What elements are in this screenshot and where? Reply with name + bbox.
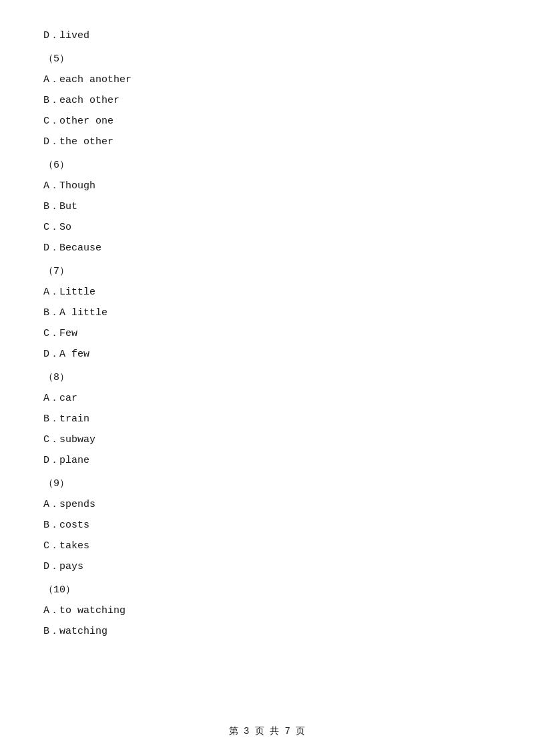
option-line: D．pays <box>43 558 491 576</box>
option-line: B．A little <box>43 304 491 322</box>
option-line: A．to watching <box>43 602 491 620</box>
option-line: D．A few <box>43 345 491 363</box>
main-content: D．lived（5）A．each anotherB．each otherC．ot… <box>0 0 534 683</box>
section-number: （8） <box>43 369 491 387</box>
option-line: C．takes <box>43 537 491 555</box>
option-line: C．Few <box>43 325 491 343</box>
option-line: A．car <box>43 389 491 407</box>
section-number: （7） <box>43 262 491 280</box>
option-line: B．watching <box>43 622 491 640</box>
option-line: B．But <box>43 198 491 216</box>
option-line: B．each other <box>43 91 491 110</box>
option-line: A．spends <box>43 496 491 514</box>
page-footer: 第 3 页 共 7 页 <box>0 725 534 737</box>
option-line: C．subway <box>43 431 491 449</box>
option-line: B．costs <box>43 516 491 534</box>
option-line: C．other one <box>43 112 491 130</box>
option-line: D．Because <box>43 239 491 257</box>
section-number: （10） <box>43 581 491 599</box>
option-line: A．each another <box>43 71 491 89</box>
option-line: D．the other <box>43 133 491 151</box>
option-line: D．lived <box>43 27 491 45</box>
section-number: （5） <box>43 50 491 68</box>
option-line: A．Though <box>43 177 491 195</box>
option-line: D．plane <box>43 451 491 469</box>
section-number: （6） <box>43 156 491 174</box>
option-line: B．train <box>43 410 491 428</box>
option-line: C．So <box>43 218 491 236</box>
option-line: A．Little <box>43 283 491 301</box>
section-number: （9） <box>43 475 491 493</box>
